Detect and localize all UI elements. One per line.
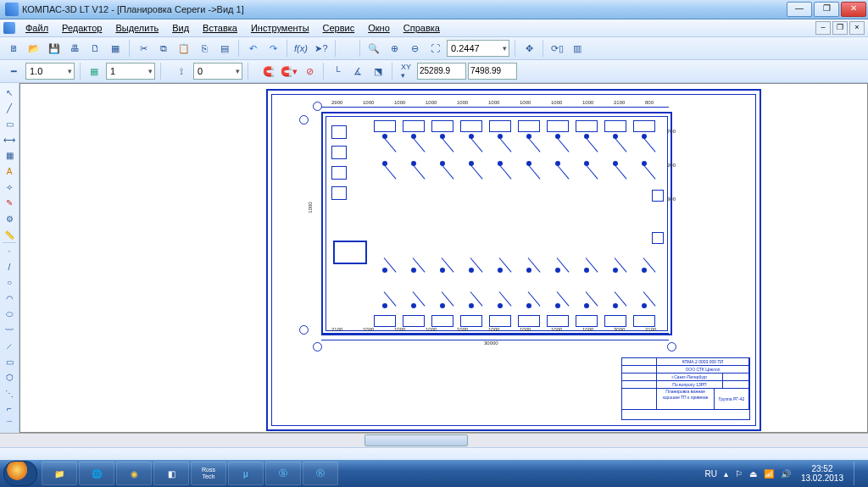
separator: [80, 63, 81, 80]
select-combo[interactable]: 0: [193, 63, 242, 80]
pan-button[interactable]: ✥: [520, 39, 538, 58]
tray-flag-icon[interactable]: ▴: [724, 469, 728, 479]
segment-tool[interactable]: /: [1, 260, 18, 274]
task-ross[interactable]: RossTech: [191, 462, 226, 485]
dim-tool[interactable]: ⟷: [1, 133, 18, 147]
mdi-close-button[interactable]: ×: [849, 21, 865, 35]
cut-button[interactable]: ✂: [134, 39, 153, 58]
angle-button[interactable]: ∡: [348, 62, 367, 80]
properties-button[interactable]: ▦: [106, 39, 125, 58]
machine-top: [460, 120, 482, 132]
drawing-canvas[interactable]: 30000 КПМА.2 0003.000 ПЛ ООО СТК Циклоп …: [19, 83, 868, 433]
copy-button[interactable]: ⧉: [154, 39, 173, 58]
menu-view[interactable]: Вид: [165, 21, 196, 35]
close-button[interactable]: ✕: [841, 2, 866, 17]
copy-props-button[interactable]: ⎘: [195, 39, 214, 58]
snap-button[interactable]: 🧲: [259, 62, 278, 80]
show-desktop-button[interactable]: [854, 462, 861, 485]
library-button[interactable]: ▤: [215, 39, 234, 58]
task-browser[interactable]: 🌐: [79, 462, 114, 485]
minimize-button[interactable]: —: [787, 2, 812, 17]
h-scrollbar[interactable]: [0, 433, 868, 447]
menu-service[interactable]: Сервис: [316, 21, 362, 35]
h-scroll-thumb[interactable]: [364, 434, 468, 446]
task-chrome[interactable]: ◉: [116, 462, 152, 485]
ellipse-tool[interactable]: ⬭: [1, 307, 18, 322]
mdi-restore-button[interactable]: ❐: [832, 21, 848, 35]
menu-help[interactable]: Справка: [397, 21, 447, 35]
measure-tool[interactable]: 📏: [1, 228, 18, 242]
zoom-fit-button[interactable]: ⛶: [426, 39, 444, 58]
pointer-tool[interactable]: ↖: [1, 86, 18, 100]
coord-x-input[interactable]: 25289.9: [417, 63, 466, 80]
zoom-out-button[interactable]: ⊖: [405, 39, 424, 58]
rect-tool[interactable]: ▭: [1, 117, 18, 131]
undo-button[interactable]: ↶: [243, 39, 262, 58]
menu-file[interactable]: Файл: [19, 21, 55, 35]
snap-dropdown-button[interactable]: 🧲▾: [280, 62, 298, 80]
point-tool[interactable]: ·: [1, 244, 18, 258]
tray-network-icon[interactable]: 📶: [764, 469, 774, 479]
round-button[interactable]: ⬔: [369, 62, 387, 80]
print-button[interactable]: 🖶: [65, 39, 84, 58]
fx-button[interactable]: f(x): [292, 39, 310, 58]
whatsthis-button[interactable]: ➤?: [312, 39, 331, 58]
arc-tool[interactable]: ◠: [1, 291, 18, 306]
dim-text-bottom: 1000: [394, 327, 405, 332]
ortho-button[interactable]: └: [328, 62, 347, 80]
axis-marker: [313, 342, 322, 351]
maximize-button[interactable]: ❐: [814, 2, 839, 17]
start-button[interactable]: [3, 461, 37, 486]
linestyle-button[interactable]: ━: [4, 62, 23, 80]
paste-button[interactable]: 📋: [175, 39, 193, 58]
coord-y-input[interactable]: 7498.99: [468, 63, 517, 80]
lang-indicator[interactable]: RU: [704, 469, 716, 479]
mdi-minimize-button[interactable]: –: [815, 21, 831, 35]
line-tool[interactable]: ╱: [1, 102, 18, 116]
zoom-window-button[interactable]: 🔍: [364, 39, 383, 58]
tray-safe-icon[interactable]: ⏏: [749, 469, 757, 479]
menu-edit[interactable]: Редактор: [55, 21, 108, 35]
save-button[interactable]: 💾: [45, 39, 64, 58]
tray-action-icon[interactable]: ⚐: [735, 469, 743, 479]
chamfer-tool[interactable]: ⌐: [1, 402, 18, 417]
refresh-button[interactable]: ⟳▯: [548, 39, 566, 58]
param-tool[interactable]: ⚙: [1, 212, 18, 226]
task-explorer[interactable]: 📁: [42, 462, 77, 485]
text-tool[interactable]: A: [1, 164, 18, 179]
symbol-tool[interactable]: ✧: [1, 180, 18, 195]
clock[interactable]: 23:52 13.02.2013: [798, 464, 847, 483]
task-kompas[interactable]: Ⓚ: [303, 462, 338, 485]
polygon-tool[interactable]: ⬡: [1, 370, 18, 385]
menu-select[interactable]: Выделить: [108, 21, 165, 35]
new-button[interactable]: 🗎: [4, 39, 23, 58]
circle-tool[interactable]: ○: [1, 276, 18, 291]
preview-button[interactable]: 🗋: [86, 39, 104, 58]
zoom-in-button[interactable]: ⊕: [385, 39, 403, 58]
spline-tool[interactable]: 〰: [1, 323, 18, 337]
select-mode-button[interactable]: ⟟: [172, 62, 191, 80]
menu-window[interactable]: Окно: [361, 21, 397, 35]
machine-bottom: [489, 315, 511, 327]
redo-button[interactable]: ↷: [264, 39, 282, 58]
polyline-tool[interactable]: ⟋: [1, 339, 18, 353]
task-app[interactable]: ◧: [153, 462, 189, 485]
task-skype[interactable]: Ⓢ: [265, 462, 301, 485]
task-utorrent[interactable]: μ: [228, 462, 264, 485]
rectangle-tool[interactable]: ▭: [1, 355, 18, 369]
machine-bottom: [374, 315, 396, 327]
layer-combo[interactable]: 1: [106, 63, 155, 80]
menu-tools[interactable]: Инструменты: [244, 21, 316, 35]
open-button[interactable]: 📂: [25, 39, 43, 58]
display-button[interactable]: ▥: [568, 39, 587, 58]
linestyle-combo[interactable]: 1.0: [25, 63, 75, 80]
menu-insert[interactable]: Вставка: [196, 21, 244, 35]
layer-button[interactable]: ▦: [85, 62, 103, 80]
tray-volume-icon[interactable]: 🔊: [781, 469, 791, 479]
edit-tool[interactable]: ✎: [1, 196, 18, 210]
hatch-tool[interactable]: ▦: [1, 149, 18, 163]
snap-off-button[interactable]: ⊘: [300, 62, 319, 80]
aux-tool[interactable]: ⋱: [1, 386, 18, 401]
fillet-tool[interactable]: ⌒: [1, 418, 18, 432]
zoom-combo[interactable]: 0.2447: [447, 40, 509, 57]
